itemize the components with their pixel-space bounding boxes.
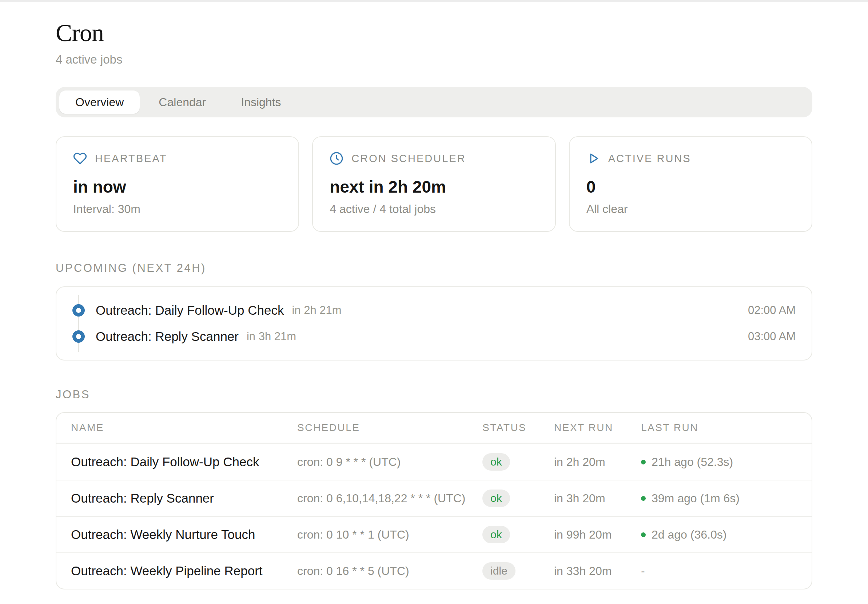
column-header-next-run: NEXT RUN [554, 422, 641, 434]
table-row[interactable]: Outreach: Weekly Pipeline Report cron: 0… [56, 552, 812, 589]
tabbar: Overview Calendar Insights [56, 87, 812, 117]
job-last-run: 2d ago (36.0s) [641, 528, 797, 542]
timeline-dot-icon [72, 304, 85, 317]
job-schedule: cron: 0 6,10,14,18,22 * * * (UTC) [297, 492, 482, 505]
upcoming-job-name: Outreach: Reply Scanner [96, 329, 239, 344]
tab-insights[interactable]: Insights [225, 91, 297, 114]
job-schedule: cron: 0 16 * * 5 (UTC) [297, 564, 482, 578]
job-name: Outreach: Daily Follow-Up Check [71, 455, 297, 469]
job-last-run-text: 2d ago (36.0s) [651, 528, 727, 542]
job-next-run: in 33h 20m [554, 564, 641, 578]
success-dot-icon [641, 496, 646, 501]
cron-scheduler-value: next in 2h 20m [330, 177, 538, 196]
job-last-run-text: 21h ago (52.3s) [651, 456, 733, 469]
job-last-run-text: 39m ago (1m 6s) [651, 492, 739, 505]
table-row[interactable]: Outreach: Reply Scanner cron: 0 6,10,14,… [56, 480, 812, 516]
status-badge: ok [482, 453, 510, 471]
heartbeat-card: HEARTBEAT in now Interval: 30m [56, 136, 299, 232]
upcoming-heading: UPCOMING (NEXT 24H) [56, 262, 812, 275]
active-runs-value: 0 [586, 177, 795, 196]
heart-icon [73, 151, 87, 165]
jobs-heading: JOBS [56, 388, 812, 401]
upcoming-item[interactable]: Outreach: Daily Follow-Up Check in 2h 21… [72, 297, 796, 323]
table-row[interactable]: Outreach: Daily Follow-Up Check cron: 0 … [56, 443, 812, 480]
active-runs-label: ACTIVE RUNS [608, 153, 691, 165]
clock-icon [330, 151, 343, 165]
column-header-status: STATUS [482, 422, 554, 434]
job-schedule: cron: 0 9 * * * (UTC) [297, 456, 482, 469]
active-runs-status: All clear [586, 202, 795, 216]
jobs-table: NAME SCHEDULE STATUS NEXT RUN LAST RUN O… [56, 412, 812, 590]
heartbeat-interval: Interval: 30m [73, 202, 282, 216]
column-header-schedule: SCHEDULE [297, 422, 482, 434]
success-dot-icon [641, 460, 646, 465]
job-name: Outreach: Reply Scanner [71, 491, 297, 505]
active-jobs-count: 4 active jobs [56, 53, 812, 66]
job-last-run-text: - [641, 564, 645, 578]
upcoming-card: Outreach: Daily Follow-Up Check in 2h 21… [56, 286, 812, 360]
success-dot-icon [641, 532, 646, 537]
job-name: Outreach: Weekly Nurture Touch [71, 527, 297, 542]
cron-scheduler-label: CRON SCHEDULER [352, 153, 466, 165]
job-last-run: - [641, 564, 797, 578]
job-next-run: in 3h 20m [554, 492, 641, 505]
upcoming-relative-time: in 2h 21m [292, 304, 341, 317]
job-next-run: in 99h 20m [554, 528, 641, 542]
upcoming-scheduled-time: 02:00 AM [748, 304, 796, 317]
job-last-run: 21h ago (52.3s) [641, 456, 797, 469]
status-badge: ok [482, 490, 510, 507]
tab-calendar[interactable]: Calendar [143, 91, 222, 114]
jobs-table-header: NAME SCHEDULE STATUS NEXT RUN LAST RUN [56, 413, 812, 443]
job-schedule: cron: 0 10 * * 1 (UTC) [297, 528, 482, 542]
heartbeat-value: in now [73, 177, 282, 196]
job-name: Outreach: Weekly Pipeline Report [71, 564, 297, 578]
status-badge: idle [482, 562, 516, 580]
upcoming-job-name: Outreach: Daily Follow-Up Check [96, 303, 284, 318]
column-header-name: NAME [71, 422, 297, 434]
upcoming-scheduled-time: 03:00 AM [748, 330, 796, 343]
upcoming-relative-time: in 3h 21m [246, 330, 296, 343]
upcoming-item[interactable]: Outreach: Reply Scanner in 3h 21m 03:00 … [72, 323, 796, 350]
status-badge: ok [482, 526, 510, 543]
cron-scheduler-totals: 4 active / 4 total jobs [330, 202, 538, 216]
column-header-last-run: LAST RUN [641, 422, 797, 434]
page-title: Cron [56, 20, 812, 46]
active-runs-card: ACTIVE RUNS 0 All clear [569, 136, 812, 232]
cron-dashboard: Cron 4 active jobs Overview Calendar Ins… [56, 2, 812, 590]
page-header: Cron 4 active jobs [56, 2, 812, 66]
job-next-run: in 2h 20m [554, 456, 641, 469]
timeline-dot-icon [72, 331, 85, 343]
play-icon [586, 151, 600, 165]
job-last-run: 39m ago (1m 6s) [641, 492, 797, 505]
tab-overview[interactable]: Overview [59, 91, 140, 114]
heartbeat-label: HEARTBEAT [95, 153, 167, 165]
stat-cards: HEARTBEAT in now Interval: 30m CRON SCHE… [56, 136, 812, 232]
cron-scheduler-card: CRON SCHEDULER next in 2h 20m 4 active /… [312, 136, 555, 232]
table-row[interactable]: Outreach: Weekly Nurture Touch cron: 0 1… [56, 516, 812, 552]
